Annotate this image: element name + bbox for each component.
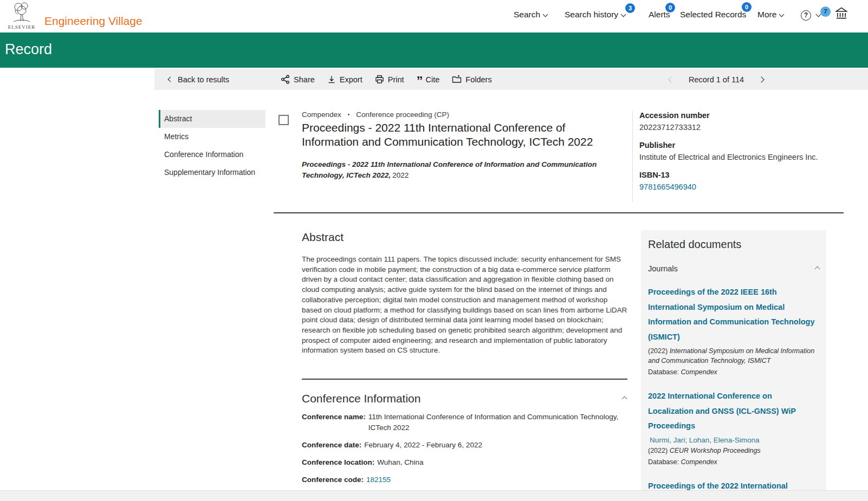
conference-information-heading: Conference Information xyxy=(302,392,420,405)
section-nav: Abstract Metrics Conference Information … xyxy=(159,110,265,181)
pagination-label: Record 1 of 114 xyxy=(689,75,744,84)
related-year: (2022) xyxy=(648,347,668,355)
nav-selected-records[interactable]: Selected Records 0 xyxy=(680,10,746,19)
help-icon[interactable]: ? xyxy=(801,10,811,21)
download-icon xyxy=(327,75,336,84)
help-menu[interactable]: ? 7 xyxy=(801,10,820,21)
back-to-results-label: Back to results xyxy=(178,75,229,84)
conference-location-label: Conference location: xyxy=(302,457,374,468)
nav-more-label: More xyxy=(757,10,776,19)
record-banner: Record xyxy=(0,32,868,68)
conference-name-label: Conference name: xyxy=(302,412,366,433)
nav-search-label: Search xyxy=(514,10,540,19)
prev-record-button[interactable] xyxy=(668,76,674,82)
related-source-line: (2022) CEUR Workshop Proceedings xyxy=(648,446,819,456)
sidebar-item-metrics[interactable]: Metrics xyxy=(159,128,265,146)
record-title: Proceedings - 2022 11th International Co… xyxy=(302,121,616,148)
record-pagination: Record 1 of 114 xyxy=(669,69,763,90)
printer-icon xyxy=(375,75,384,84)
back-to-results-button[interactable]: Back to results xyxy=(165,75,229,84)
top-header: ELSEVIER Engineering Village Search Sear… xyxy=(0,0,868,32)
journals-group-header[interactable]: Journals xyxy=(648,264,819,273)
conference-name-value: 11th International Conference of Informa… xyxy=(368,412,627,433)
nav-alerts[interactable]: Alerts 0 xyxy=(649,10,670,19)
folders-label: Folders xyxy=(465,75,491,84)
related-database-line: Database: Compendex xyxy=(648,457,819,467)
section-divider xyxy=(302,379,627,380)
collapse-section-icon[interactable] xyxy=(622,396,627,402)
nav-search-history-label: Search history xyxy=(565,10,618,19)
related-authors[interactable]: Nurmi, Jari; Lohan, Elena-Simona xyxy=(648,436,819,444)
journals-label: Journals xyxy=(648,264,678,273)
chevron-down-icon xyxy=(779,12,785,17)
sidebar-item-abstract[interactable]: Abstract xyxy=(159,110,265,128)
print-button[interactable]: Print xyxy=(375,75,404,84)
share-button[interactable]: Share xyxy=(281,75,315,84)
record-meta-line: Compendex • Conference proceeding (CP) xyxy=(302,110,616,119)
database-value: Compendex xyxy=(681,368,717,376)
conference-location-value: Wuhan, China xyxy=(377,457,423,468)
conference-date-label: Conference date: xyxy=(302,440,361,451)
record-toolbar: Back to results Share Ex xyxy=(154,69,868,90)
record-citation: Proceedings - 2022 11th International Co… xyxy=(302,159,616,181)
related-link[interactable]: Proceedings of the 2022 International Co… xyxy=(648,479,819,491)
conference-date-value: February 4, 2022 - February 6, 2022 xyxy=(364,440,482,451)
page-title: Record xyxy=(5,41,52,58)
horizontal-scrollbar[interactable] xyxy=(0,490,868,501)
chevron-down-icon xyxy=(543,12,548,17)
section-divider xyxy=(274,212,844,213)
cite-button[interactable]: ” Cite xyxy=(417,75,440,84)
export-label: Export xyxy=(340,75,362,84)
abstract-text: The proceedings contain 111 papers. The … xyxy=(302,255,627,356)
conference-code-link[interactable]: 182155 xyxy=(366,474,391,485)
nav-search-history[interactable]: Search history 3 xyxy=(565,10,625,19)
bullet-separator: • xyxy=(348,111,350,118)
nav-search[interactable]: Search xyxy=(514,10,547,19)
related-year: (2022) xyxy=(648,447,668,454)
brand-title[interactable]: Engineering Village xyxy=(44,15,142,28)
related-link[interactable]: Proceedings of the 2022 IEEE 16th Intern… xyxy=(648,285,819,344)
related-documents-panel: Related documents Journals Proceedings o… xyxy=(641,230,826,490)
elsevier-logo[interactable]: ELSEVIER xyxy=(7,1,37,32)
database-label: Database: xyxy=(648,368,679,376)
next-record-button[interactable] xyxy=(758,76,764,82)
related-documents-heading: Related documents xyxy=(648,238,819,251)
conference-fields: Conference name: 11th International Conf… xyxy=(302,412,627,492)
page: ELSEVIER Engineering Village Search Sear… xyxy=(0,0,868,501)
sidebar-item-supplementary-information[interactable]: Supplementary Information xyxy=(159,164,265,181)
doc-type-label: Conference proceeding (CP) xyxy=(356,110,449,119)
share-label: Share xyxy=(294,75,315,84)
related-source: International Symposium on Medical Infor… xyxy=(648,347,814,365)
citation-source: Proceedings - 2022 11th International Co… xyxy=(302,160,597,179)
cite-label: Cite xyxy=(426,75,440,84)
selected-records-badge: 0 xyxy=(742,2,752,12)
related-database-line: Database: Compendex xyxy=(648,367,819,377)
share-icon xyxy=(281,75,290,84)
related-source-line: (2022) International Symposium on Medica… xyxy=(648,346,819,366)
folders-button[interactable]: Folders xyxy=(452,75,491,84)
nav-more[interactable]: More xyxy=(757,10,783,19)
publisher-value: Institute of Electrical and Electronics … xyxy=(639,152,826,162)
publisher-label: Publisher xyxy=(639,141,826,149)
accession-number-label: Accession number xyxy=(639,111,826,120)
institution-icon[interactable] xyxy=(835,6,848,19)
isbn-link[interactable]: 9781665496940 xyxy=(639,182,826,192)
export-button[interactable]: Export xyxy=(327,75,362,84)
database-value: Compendex xyxy=(681,458,717,466)
print-label: Print xyxy=(388,75,404,84)
related-item: 2022 International Conference on Localiz… xyxy=(648,389,819,467)
conference-date-row: Conference date: February 4, 2022 - Febr… xyxy=(302,440,627,451)
chevron-left-icon xyxy=(168,77,173,82)
database-label: Compendex xyxy=(302,110,341,119)
help-badge: 7 xyxy=(820,6,831,17)
record-checkbox[interactable] xyxy=(278,115,289,125)
conference-code-row: Conference code: 182155 xyxy=(302,474,627,485)
sidebar-item-conference-information[interactable]: Conference Information xyxy=(159,146,265,164)
quote-icon: ” xyxy=(417,79,422,84)
folder-icon xyxy=(452,75,462,84)
conference-location-row: Conference location: Wuhan, China xyxy=(302,457,627,468)
collapse-group-icon[interactable] xyxy=(815,266,820,271)
search-history-badge: 3 xyxy=(625,3,635,13)
related-link[interactable]: 2022 International Conference on Localiz… xyxy=(648,389,819,434)
record-info-panel: Accession number 20223712733312 Publishe… xyxy=(639,111,826,200)
